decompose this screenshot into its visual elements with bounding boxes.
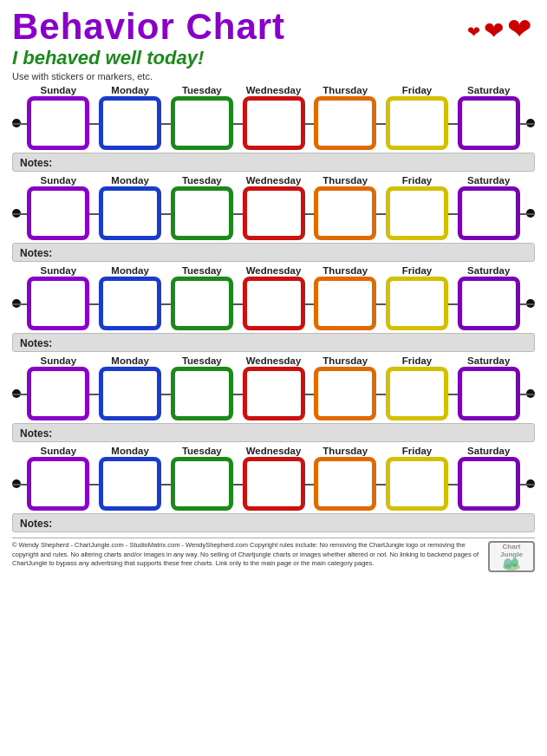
box-tuesday-1[interactable] <box>171 96 233 150</box>
box-friday-5[interactable] <box>386 457 448 511</box>
week-section-1: Sunday Monday Tuesday Wednesday Thursday… <box>12 85 535 172</box>
notes-bar-3[interactable]: Notes: <box>12 333 535 352</box>
box-sunday-1[interactable] <box>27 96 89 150</box>
day-label-monday-4: Monday <box>94 355 166 366</box>
day-label-thursday-4: Thursday <box>309 355 381 366</box>
hearts-decoration: ❤ ❤ ❤ <box>467 14 531 43</box>
box-sunday-2[interactable] <box>27 186 89 240</box>
box-friday-2[interactable] <box>386 186 448 240</box>
notes-bar-5[interactable]: Notes: <box>12 513 535 532</box>
notes-bar-2[interactable]: Notes: <box>12 243 535 262</box>
box-wednesday-5[interactable] <box>243 457 305 511</box>
days-labels-2: Sunday Monday Tuesday Wednesday Thursday… <box>12 175 535 186</box>
day-label-sunday-1: Sunday <box>23 85 94 95</box>
heart-large: ❤ <box>507 14 531 43</box>
days-labels-3: Sunday Monday Tuesday Wednesday Thursday… <box>12 265 535 276</box>
boxes-row-3 <box>23 277 524 330</box>
day-label-monday-1: Monday <box>94 85 166 95</box>
box-saturday-2[interactable] <box>458 186 520 240</box>
box-wednesday-3[interactable] <box>243 277 305 330</box>
box-saturday-4[interactable] <box>458 367 520 420</box>
week-section-4: Sunday Monday Tuesday Wednesday Thursday… <box>12 355 535 442</box>
box-friday-3[interactable] <box>386 277 448 330</box>
box-wednesday-1[interactable] <box>243 96 305 150</box>
day-label-tuesday-2: Tuesday <box>166 175 238 186</box>
day-label-thursday-1: Thursday <box>309 85 381 95</box>
box-saturday-1[interactable] <box>458 96 520 150</box>
behavior-chart-page: ❤ ❤ ❤ Behavior Chart I behaved well toda… <box>0 0 547 756</box>
boxes-row-4 <box>23 367 524 420</box>
box-friday-1[interactable] <box>386 96 448 150</box>
box-saturday-3[interactable] <box>458 277 520 330</box>
day-label-saturday-4: Saturday <box>453 355 524 366</box>
day-label-sunday-3: Sunday <box>23 265 94 276</box>
day-label-wednesday-1: Wednesday <box>238 85 309 95</box>
day-label-tuesday-3: Tuesday <box>166 265 238 276</box>
days-labels-5: Sunday Monday Tuesday Wednesday Thursday… <box>12 446 535 456</box>
box-thursday-2[interactable] <box>314 186 376 240</box>
day-label-saturday-3: Saturday <box>453 265 524 276</box>
box-tuesday-3[interactable] <box>171 277 233 330</box>
box-monday-3[interactable] <box>99 277 161 330</box>
day-label-thursday-2: Thursday <box>309 175 381 186</box>
box-sunday-4[interactable] <box>27 367 89 420</box>
box-thursday-1[interactable] <box>314 96 376 150</box>
day-label-tuesday-5: Tuesday <box>166 446 238 456</box>
day-label-friday-4: Friday <box>381 355 453 366</box>
boxes-row-1 <box>23 96 524 150</box>
notes-bar-4[interactable]: Notes: <box>12 423 535 442</box>
use-text: Use with stickers or markers, etc. <box>12 71 535 81</box>
days-labels-4: Sunday Monday Tuesday Wednesday Thursday… <box>12 355 535 366</box>
notes-bar-1[interactable]: Notes: <box>12 153 535 172</box>
boxes-row-2 <box>23 186 524 240</box>
boxes-row-5 <box>23 457 524 511</box>
box-saturday-5[interactable] <box>458 457 520 511</box>
day-label-thursday-5: Thursday <box>309 446 381 456</box>
box-tuesday-5[interactable] <box>171 457 233 511</box>
box-thursday-4[interactable] <box>314 367 376 420</box>
box-wednesday-2[interactable] <box>243 186 305 240</box>
days-labels-1: Sunday Monday Tuesday Wednesday Thursday… <box>12 85 535 95</box>
day-label-wednesday-4: Wednesday <box>238 355 309 366</box>
day-label-saturday-2: Saturday <box>453 175 524 186</box>
box-monday-1[interactable] <box>99 96 161 150</box>
day-label-saturday-5: Saturday <box>453 446 524 456</box>
box-wednesday-4[interactable] <box>243 367 305 420</box>
week-section-2: Sunday Monday Tuesday Wednesday Thursday… <box>12 175 535 262</box>
day-label-monday-5: Monday <box>94 446 166 456</box>
day-label-saturday-1: Saturday <box>453 85 524 95</box>
day-label-thursday-3: Thursday <box>309 265 381 276</box>
day-label-monday-2: Monday <box>94 175 166 186</box>
box-tuesday-4[interactable] <box>171 367 233 420</box>
svg-point-2 <box>511 558 518 567</box>
box-monday-5[interactable] <box>99 457 161 511</box>
day-label-wednesday-3: Wednesday <box>238 265 309 276</box>
day-label-tuesday-4: Tuesday <box>166 355 238 366</box>
day-label-sunday-4: Sunday <box>23 355 94 366</box>
day-label-friday-1: Friday <box>381 85 453 95</box>
box-tuesday-2[interactable] <box>171 186 233 240</box>
day-label-friday-5: Friday <box>381 446 453 456</box>
footer-text: © Wendy Shepherd - ChartJungle.com - Stu… <box>12 541 481 569</box>
chartjungle-logo: Chart Jungle <box>488 541 535 572</box>
day-label-monday-3: Monday <box>94 265 166 276</box>
heart-small: ❤ <box>467 24 480 40</box>
day-label-tuesday-1: Tuesday <box>166 85 238 95</box>
page-title: Behavior Chart <box>12 9 535 45</box>
day-label-wednesday-2: Wednesday <box>238 175 309 186</box>
day-label-sunday-2: Sunday <box>23 175 94 186</box>
box-monday-2[interactable] <box>99 186 161 240</box>
day-label-sunday-5: Sunday <box>23 446 94 456</box>
box-sunday-3[interactable] <box>27 277 89 330</box>
page-subtitle: I behaved well today! <box>12 47 535 69</box>
day-label-friday-3: Friday <box>381 265 453 276</box>
svg-point-1 <box>504 558 512 569</box>
logo-icon <box>501 558 522 570</box>
box-friday-4[interactable] <box>386 367 448 420</box>
box-thursday-5[interactable] <box>314 457 376 511</box>
week-section-3: Sunday Monday Tuesday Wednesday Thursday… <box>12 265 535 352</box>
box-sunday-5[interactable] <box>27 457 89 511</box>
week-section-5: Sunday Monday Tuesday Wednesday Thursday… <box>12 446 535 532</box>
box-thursday-3[interactable] <box>314 277 376 330</box>
box-monday-4[interactable] <box>99 367 161 420</box>
